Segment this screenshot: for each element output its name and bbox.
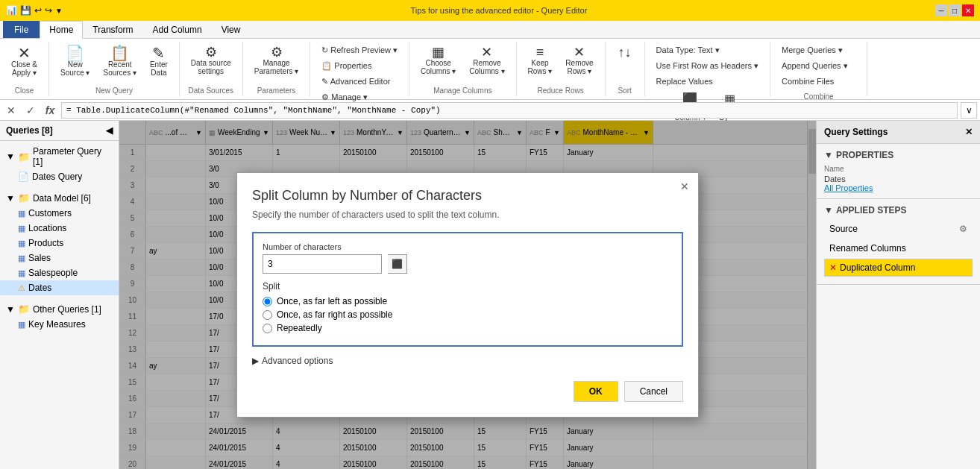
data-source-settings-button[interactable]: ⚙ Data sourcesettings <box>186 43 236 78</box>
step-label-renamed-columns: Renamed Columns <box>829 243 906 254</box>
formula-expand-button[interactable]: ∨ <box>961 102 977 119</box>
maximize-button[interactable]: □ <box>949 4 961 16</box>
query-settings-close-button[interactable]: ✕ <box>965 127 973 137</box>
enter-data-button[interactable]: ✎ EnterData <box>145 43 173 79</box>
sort-button[interactable]: ↑↓ <box>612 43 638 61</box>
chevron-down-icon-props[interactable]: ▼ <box>824 150 833 160</box>
step-delete-icon[interactable]: ✕ <box>829 262 837 273</box>
close-button[interactable]: ✕ <box>962 4 974 16</box>
choose-columns-button[interactable]: ▦ ChooseColumns ▾ <box>415 43 461 78</box>
data-type-button[interactable]: Data Type: Text ▾ <box>651 43 764 57</box>
ribbon-group-reduce-rows-label: Reduce Rows <box>537 84 583 95</box>
radio-repeatedly-input[interactable] <box>263 324 272 333</box>
tab-add-column[interactable]: Add Column <box>143 21 212 38</box>
radio-once-right-input[interactable] <box>263 310 272 320</box>
applied-step-renamed-columns[interactable]: Renamed Columns <box>824 239 973 257</box>
applied-step-source[interactable]: Source ⚙ <box>824 220 973 238</box>
sidebar-item-salespeople[interactable]: ▦ Salespeople <box>0 265 119 280</box>
choose-columns-icon: ▦ <box>432 45 445 59</box>
sidebar-item-dates[interactable]: ⚠ Dates <box>0 280 119 295</box>
all-properties-link[interactable]: All Properties <box>824 183 973 192</box>
formula-cancel-button[interactable]: ✕ <box>3 102 19 119</box>
num-chars-label: Number of characters <box>263 242 673 251</box>
radio-once-left-label: Once, as far left as possible <box>277 296 387 306</box>
applied-step-duplicated-column[interactable]: ✕ Duplicated Column <box>824 259 973 277</box>
sidebar-group-header-other[interactable]: ▼ 📁 Other Queries [1] <box>0 301 119 317</box>
radio-once-left-input[interactable] <box>263 297 272 306</box>
tab-file[interactable]: File <box>3 21 40 38</box>
radio-repeatedly[interactable]: Repeatedly <box>263 323 673 333</box>
close-apply-button[interactable]: ✕ Close &Apply ▾ <box>6 43 43 79</box>
remove-columns-button[interactable]: ✕ RemoveColumns ▾ <box>464 43 509 78</box>
merge-queries-button[interactable]: Merge Queries ▾ <box>776 43 861 57</box>
sidebar-item-sales[interactable]: ▦ Sales <box>0 251 119 265</box>
ribbon-group-reduce-rows: ≡ KeepRows ▾ ✕ RemoveRows ▾ Reduce Rows <box>517 42 606 96</box>
remove-rows-button[interactable]: ✕ RemoveRows ▾ <box>560 43 598 78</box>
ribbon-group-close-label: Close <box>15 84 34 95</box>
ribbon-group-transform: Data Type: Text ▾ Use First Row as Heade… <box>645 42 770 96</box>
sidebar-collapse-button[interactable]: ◀ <box>106 125 113 136</box>
ribbon: ✕ Close &Apply ▾ Close 📄 NewSource ▾ 📋 R… <box>0 39 980 100</box>
sidebar-group-parameter: ▼ 📁 Parameter Query [1] 📄 Dates Query <box>0 141 119 187</box>
modal-close-button[interactable]: ✕ <box>677 179 692 194</box>
folder-icon-data-model: 📁 <box>18 192 30 204</box>
sidebar-item-locations[interactable]: ▦ Locations <box>0 221 119 236</box>
sort-icon: ↑↓ <box>618 45 632 59</box>
append-queries-button[interactable]: Append Queries ▾ <box>776 59 861 73</box>
sidebar-group-header-parameter[interactable]: ▼ 📁 Parameter Query [1] <box>0 144 119 169</box>
minimize-button[interactable]: ─ <box>935 4 947 16</box>
modal-title: Split Column by Number of Characters <box>252 188 683 204</box>
tab-transform[interactable]: Transform <box>83 21 142 38</box>
modal-form-section: Number of characters ⬛ Split Once, as fa… <box>252 232 683 347</box>
tab-home[interactable]: Home <box>40 21 83 39</box>
formula-input[interactable] <box>61 102 958 119</box>
num-chars-icon[interactable]: ⬛ <box>388 254 407 274</box>
sidebar-item-label-salespeople: Salespeople <box>28 268 78 278</box>
sidebar-group-header-data-model[interactable]: ▼ 📁 Data Model [6] <box>0 190 119 206</box>
properties-title: ▼ PROPERTIES <box>824 150 973 160</box>
ribbon-group-parameters-label: Parameters <box>257 84 296 95</box>
modal-cancel-button[interactable]: Cancel <box>624 381 683 402</box>
refresh-preview-button[interactable]: ↻ Refresh Preview ▾ <box>316 43 403 57</box>
remove-columns-icon: ✕ <box>481 45 492 59</box>
properties-button[interactable]: 📋 Properties <box>316 59 403 73</box>
use-first-row-button[interactable]: Use First Row as Headers ▾ <box>651 59 764 73</box>
sidebar-item-products[interactable]: ▦ Products <box>0 236 119 251</box>
sidebar-item-key-measures[interactable]: ▦ Key Measures <box>0 317 119 332</box>
sidebar-item-dates-query[interactable]: 📄 Dates Query <box>0 169 119 184</box>
modal-ok-button[interactable]: OK <box>574 381 618 402</box>
radio-once-right[interactable]: Once, as far right as possible <box>263 309 673 320</box>
step-label-duplicated-column: Duplicated Column <box>840 262 915 273</box>
undo-icon[interactable]: ↩ <box>34 5 42 16</box>
redo-icon[interactable]: ↪ <box>45 5 52 16</box>
split-column-modal: ✕ Split Column by Number of Characters S… <box>236 172 699 418</box>
warning-icon-dates: ⚠ <box>18 283 25 293</box>
formula-accept-button[interactable]: ✓ <box>22 102 39 119</box>
sidebar-item-customers[interactable]: ▦ Customers <box>0 206 119 221</box>
new-source-button[interactable]: 📄 NewSource ▾ <box>55 43 95 79</box>
table-icon-salespeople: ▦ <box>18 268 25 278</box>
ribbon-tabs: File Home Transform Add Column View <box>0 21 980 39</box>
close-apply-label: Close &Apply ▾ <box>11 60 37 77</box>
keep-rows-button[interactable]: ≡ KeepRows ▾ <box>523 43 558 78</box>
recent-sources-button[interactable]: 📋 RecentSources ▾ <box>98 43 141 79</box>
step-settings-source-icon[interactable]: ⚙ <box>959 224 967 234</box>
advanced-editor-button[interactable]: ✎ Advanced Editor <box>316 75 403 89</box>
sidebar-group-data-model: ▼ 📁 Data Model [6] ▦ Customers ▦ Locatio… <box>0 187 119 298</box>
radio-once-left[interactable]: Once, as far left as possible <box>263 296 673 306</box>
ribbon-group-combine: Merge Queries ▾ Append Queries ▾ Combine… <box>770 42 867 96</box>
advanced-options-toggle[interactable]: ▶ Advanced options <box>252 356 683 366</box>
manage-parameters-button[interactable]: ⚙ ManageParameters ▾ <box>249 43 304 78</box>
close-apply-icon: ✕ <box>18 45 31 60</box>
combine-files-button[interactable]: Combine Files <box>776 75 861 88</box>
save-icon[interactable]: 💾 <box>20 5 31 16</box>
title-bar: 📊 💾 ↩ ↪ ▼ Tips for using the advanced ed… <box>0 0 980 21</box>
sidebar-title: Queries [8] <box>6 125 53 136</box>
chevron-down-icon-other: ▼ <box>6 304 15 315</box>
tab-view[interactable]: View <box>212 21 251 38</box>
dropdown-icon[interactable]: ▼ <box>55 7 63 15</box>
chevron-down-icon-steps[interactable]: ▼ <box>824 205 833 215</box>
replace-values-button[interactable]: Replace Values <box>651 75 764 88</box>
num-chars-input[interactable] <box>263 254 382 274</box>
sidebar-item-label-products: Products <box>28 238 63 248</box>
